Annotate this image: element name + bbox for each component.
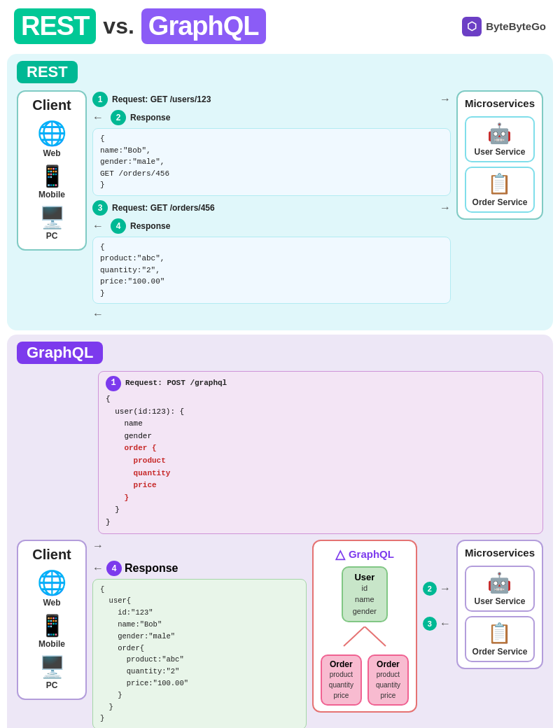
gql-req-line4: gender bbox=[106, 430, 536, 443]
gql-resp-l2: user{ bbox=[100, 595, 299, 607]
gql-order1-fields: productquantityprice bbox=[329, 669, 354, 701]
gql-request-header: 1 Request: POST /graphql bbox=[106, 376, 536, 391]
rest-microservices-box: Microservices 🤖 User Service 📋 Order Ser… bbox=[456, 90, 543, 220]
gql-mobile-label: Mobile bbox=[38, 639, 65, 649]
gql-server-box: △ GraphQL User idnamegender Order produc… bbox=[312, 540, 417, 713]
gql-req-line3: name bbox=[106, 418, 536, 430]
gql-resp-l3: id:"123" bbox=[100, 607, 299, 619]
rest-order-service-card: 📋 Order Service bbox=[465, 167, 535, 213]
rest-step1-badge: 1 bbox=[92, 92, 108, 107]
gql-arrows-col: 2 → 3 ← bbox=[423, 540, 451, 631]
pc-icon: 🖥️ bbox=[39, 205, 65, 230]
gql-resp-l5: gender:"male" bbox=[100, 631, 299, 643]
rest-section: REST Client 🌐 Web 📱 Mobile 🖥️ PC 1 Reque… bbox=[7, 54, 553, 330]
gql-user-service-card: 🤖 User Service bbox=[465, 566, 535, 612]
brand-name: ByteByteGo bbox=[486, 20, 546, 32]
rest-client-mobile: 📱 Mobile bbox=[38, 164, 65, 200]
gql-client-title: Client bbox=[32, 547, 71, 563]
gql-order2-fields: productquantityprice bbox=[376, 669, 400, 701]
arrow-left-2: ← bbox=[92, 111, 104, 124]
graphql-section: GraphQL 1 Request: POST /graphql { user(… bbox=[7, 335, 553, 728]
gql-client-pc: 🖥️ PC bbox=[39, 654, 65, 690]
web-label: Web bbox=[43, 148, 60, 158]
gql-web-label: Web bbox=[43, 598, 60, 608]
graphql-label: GraphQL bbox=[17, 342, 103, 364]
rest-main-layout: Client 🌐 Web 📱 Mobile 🖥️ PC 1 Request: G… bbox=[17, 90, 543, 321]
gql-resp-l12: } bbox=[100, 713, 299, 724]
mobile-icon: 📱 bbox=[39, 164, 65, 188]
gql-mobile-icon: 📱 bbox=[39, 613, 65, 638]
gql-resp-l8: quantity:"2" bbox=[100, 666, 299, 678]
rest-step4-text: Response bbox=[130, 221, 170, 231]
gql-client-box: Client 🌐 Web 📱 Mobile 🖥️ PC bbox=[17, 540, 87, 700]
gql-order-node-2: Order productquantityprice bbox=[368, 654, 409, 706]
rest-resp1-line4: GET /orders/456 bbox=[100, 168, 443, 180]
gql-server-label: GraphQL bbox=[349, 548, 394, 560]
rest-client-pc: 🖥️ PC bbox=[39, 205, 65, 241]
gql-client-mobile: 📱 Mobile bbox=[38, 613, 65, 649]
gql-top-row: 1 Request: POST /graphql { user(id:123):… bbox=[17, 371, 543, 534]
rest-resp1-line5: } bbox=[100, 179, 443, 191]
rest-resp1-line2: name:"Bob", bbox=[100, 145, 443, 157]
gql-arrow3: ← bbox=[440, 617, 451, 630]
gql-order2-label: Order bbox=[376, 659, 400, 669]
rest-response1-box: { name:"Bob", gender:"male", GET /orders… bbox=[92, 128, 451, 196]
gql-arrow2: → bbox=[440, 582, 451, 595]
gql-req-line1: { bbox=[106, 393, 536, 406]
header: REST vs. GraphQL ⬡ ByteByteGo bbox=[0, 0, 560, 50]
gql-req-line9: } bbox=[106, 492, 536, 505]
gql-web-icon: 🌐 bbox=[37, 568, 66, 596]
rest-resp1-line1: { bbox=[100, 133, 443, 145]
rest-step3-text: Request: GET /orders/456 bbox=[112, 203, 215, 213]
svg-line-1 bbox=[365, 626, 386, 646]
gql-step1-badge: 1 bbox=[106, 376, 121, 391]
gql-resp-l4: name:"Bob" bbox=[100, 619, 299, 631]
gql-user-service-icon: 🤖 bbox=[487, 571, 512, 594]
rest-middle-area: 1 Request: GET /users/123 → ← 2 Response… bbox=[92, 90, 451, 321]
gql-order-service-icon: 📋 bbox=[487, 622, 512, 645]
rest-client-web: 🌐 Web bbox=[37, 119, 66, 158]
order-service-icon-rest: 📋 bbox=[487, 172, 512, 195]
rest-step3-row: 3 Request: GET /orders/456 → bbox=[92, 200, 451, 216]
rest-client-title: Client bbox=[32, 97, 71, 113]
rest-resp2-line5: } bbox=[100, 288, 443, 300]
gql-order-service-card: 📋 Order Service bbox=[465, 616, 535, 662]
gql-client-web: 🌐 Web bbox=[37, 568, 66, 608]
rest-resp2-line3: quantity:"2", bbox=[100, 265, 443, 276]
user-service-label: User Service bbox=[475, 147, 526, 157]
logo-icon: ⬡ bbox=[462, 17, 482, 36]
title-block: REST vs. GraphQL bbox=[14, 8, 266, 44]
gql-resp-l1: { bbox=[100, 584, 299, 596]
gql-tree-svg bbox=[326, 626, 403, 648]
rest-label: REST bbox=[17, 61, 78, 83]
gql-req-line7: quantity bbox=[106, 468, 536, 480]
web-icon: 🌐 bbox=[37, 119, 66, 147]
rest-step4-row: ← 4 Response bbox=[92, 218, 451, 234]
rest-step4-badge: 4 bbox=[111, 218, 126, 234]
gql-step4-badge: 4 bbox=[106, 561, 122, 576]
gql-resp-l9: price:"100.00" bbox=[100, 678, 299, 690]
rest-client-box: Client 🌐 Web 📱 Mobile 🖥️ PC bbox=[17, 90, 87, 251]
gql-request-box: 1 Request: POST /graphql { user(id:123):… bbox=[98, 371, 543, 534]
rest-step1-text: Request: GET /users/123 bbox=[112, 94, 211, 104]
gql-order-nodes: Order productquantityprice Order product… bbox=[321, 654, 409, 706]
gql-response-header-row: ← 4 Response bbox=[92, 561, 307, 576]
gql-triangle-icon: △ bbox=[335, 547, 345, 562]
rest-microservices-title: Microservices bbox=[465, 97, 535, 109]
gql-resp-l11: } bbox=[100, 701, 299, 713]
gql-order-service-label: Order Service bbox=[472, 647, 528, 657]
svg-line-0 bbox=[344, 626, 365, 646]
gql-arrow3-row: 3 ← bbox=[423, 617, 451, 631]
mobile-label: Mobile bbox=[38, 190, 65, 200]
gql-step3-badge: 3 bbox=[423, 617, 437, 631]
rest-response2-box: { product:"abc", quantity:"2", price:"10… bbox=[92, 237, 451, 304]
gql-response-box: { user{ id:"123" name:"Bob" gender:"male… bbox=[92, 579, 307, 728]
title-graphql: GraphQL bbox=[141, 8, 266, 44]
gql-req-line8: price bbox=[106, 479, 536, 492]
rest-resp2-line2: product:"abc", bbox=[100, 253, 443, 265]
rest-step2-row: ← 2 Response bbox=[92, 110, 451, 125]
gql-main-layout: Client 🌐 Web 📱 Mobile 🖥️ PC → ← 4 Respon bbox=[17, 540, 543, 728]
gql-req-line6: product bbox=[106, 455, 536, 468]
rest-step3-badge: 3 bbox=[92, 200, 108, 216]
gql-server-title: △ GraphQL bbox=[335, 547, 394, 562]
